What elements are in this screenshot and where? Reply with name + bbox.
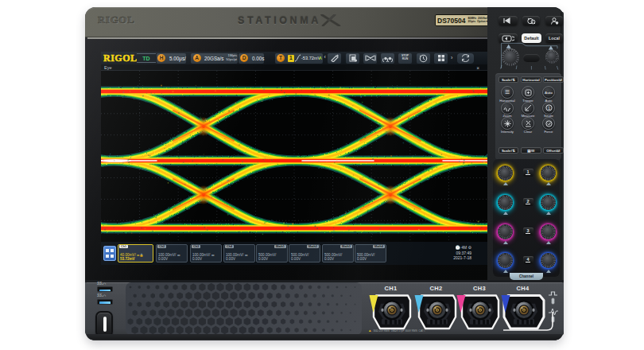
svg-text:1: 1 [548, 106, 551, 111]
